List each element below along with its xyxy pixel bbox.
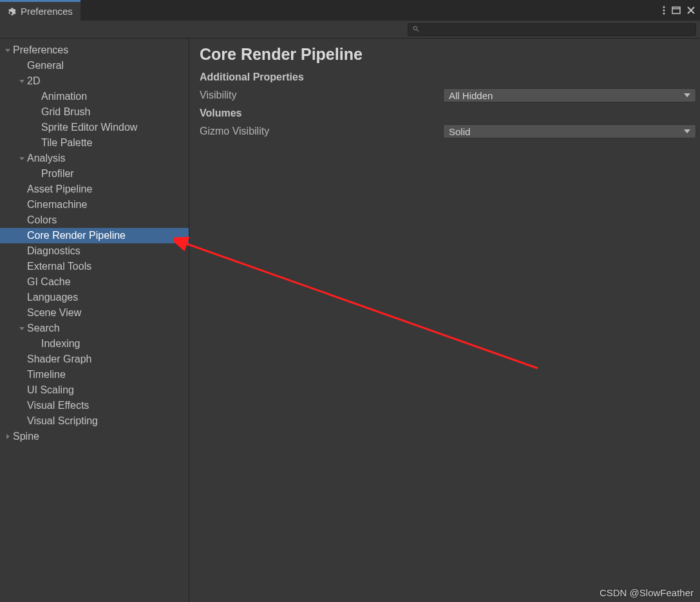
tree-spacer — [31, 122, 41, 133]
maximize-icon[interactable] — [672, 6, 681, 14]
tree-item[interactable]: Spine — [0, 429, 189, 444]
tree-item-label: Tile Palette — [41, 135, 92, 151]
tree-spacer — [17, 400, 27, 411]
tree-item[interactable]: Profiler — [0, 166, 189, 182]
search-input[interactable] — [422, 24, 692, 34]
tree-item[interactable]: Cinemachine — [0, 197, 189, 212]
tree-item-label: Search — [27, 321, 60, 336]
tree-item-label: Diagnostics — [27, 243, 80, 259]
tree-item[interactable]: Preferences — [0, 42, 189, 58]
visibility-label: Visibility — [200, 89, 443, 101]
svg-point-2 — [663, 13, 665, 15]
tree-spacer — [17, 61, 27, 71]
tree-spacer — [17, 200, 27, 210]
tree-spacer — [17, 292, 27, 303]
tree-item[interactable]: Shader Graph — [0, 352, 189, 367]
tree-item-label: Languages — [27, 290, 78, 305]
tree-spacer — [17, 261, 27, 272]
tree-item[interactable]: Diagnostics — [0, 243, 189, 259]
svg-point-1 — [663, 10, 665, 12]
tree-spacer — [17, 215, 27, 225]
watermark: CSDN @SlowFeather — [600, 587, 694, 598]
tree-item[interactable]: Indexing — [0, 336, 189, 352]
gizmo-visibility-label: Gizmo Visibility — [200, 126, 443, 137]
expand-arrow-icon[interactable] — [17, 76, 27, 86]
tree-item-label: External Tools — [27, 259, 91, 274]
tree-item[interactable]: Colors — [0, 212, 189, 228]
tree-spacer — [17, 370, 27, 380]
tree-item-label: 2D — [27, 73, 40, 89]
tree-item-label: Cinemachine — [27, 197, 87, 212]
search-box[interactable] — [408, 23, 696, 36]
settings-panel: Core Render Pipeline Additional Properti… — [189, 39, 700, 602]
svg-rect-3 — [672, 7, 680, 14]
tree-item[interactable]: UI Scaling — [0, 382, 189, 398]
gizmo-visibility-row: Gizmo Visibility Solid — [200, 123, 696, 140]
tab-title: Preferences — [21, 6, 73, 17]
expand-arrow-icon[interactable] — [17, 153, 27, 164]
gear-icon — [8, 7, 17, 16]
gizmo-visibility-value: Solid — [449, 126, 470, 137]
tree-item[interactable]: Visual Effects — [0, 398, 189, 413]
tree-item-label: Asset Pipeline — [27, 182, 92, 197]
gizmo-visibility-dropdown[interactable]: Solid — [443, 124, 696, 138]
tree-item[interactable]: Animation — [0, 89, 189, 104]
tree-spacer — [17, 277, 27, 287]
tree-item-label: Core Render Pipeline — [27, 228, 126, 243]
tree-item-label: UI Scaling — [27, 382, 74, 398]
expand-arrow-icon[interactable] — [3, 45, 13, 55]
context-menu-icon[interactable] — [663, 6, 665, 15]
tree-item-label: Scene View — [27, 305, 81, 321]
tree-spacer — [31, 138, 41, 148]
page-title: Core Render Pipeline — [200, 45, 696, 64]
tree-item-label: Analysis — [27, 151, 66, 166]
tree-item-label: Shader Graph — [27, 352, 92, 367]
tree-item[interactable]: General — [0, 58, 189, 73]
tree-spacer — [17, 354, 27, 364]
tree-item[interactable]: Asset Pipeline — [0, 182, 189, 197]
tree-item[interactable]: Tile Palette — [0, 135, 189, 151]
tree-item-label: Indexing — [41, 336, 80, 352]
tree-item-label: Visual Scripting — [27, 413, 98, 429]
tree-item-label: Sprite Editor Window — [41, 120, 137, 135]
tree-spacer — [17, 184, 27, 194]
tree-item[interactable]: Grid Brush — [0, 104, 189, 120]
visibility-row: Visibility All Hidden — [200, 87, 696, 104]
expand-arrow-icon[interactable] — [17, 323, 27, 334]
tree-item-label: Animation — [41, 89, 87, 104]
tree-spacer — [17, 416, 27, 426]
tree-spacer — [17, 308, 27, 318]
search-icon — [412, 24, 420, 35]
section-additional-properties: Additional Properties — [200, 71, 696, 83]
tree-item-label: Colors — [27, 212, 57, 228]
svg-point-0 — [663, 6, 665, 8]
chevron-down-icon — [684, 93, 690, 97]
tree-item[interactable]: Scene View — [0, 305, 189, 321]
tree-spacer — [17, 230, 27, 241]
tree-item[interactable]: Visual Scripting — [0, 413, 189, 429]
visibility-dropdown[interactable]: All Hidden — [443, 88, 696, 102]
tree-item-label: Spine — [13, 429, 39, 444]
toolbar — [0, 21, 700, 39]
window-titlebar: Preferences — [0, 0, 700, 21]
tree-item[interactable]: GI Cache — [0, 274, 189, 290]
tree-item[interactable]: 2D — [0, 73, 189, 89]
expand-arrow-icon[interactable] — [3, 431, 13, 442]
tree-item-label: Grid Brush — [41, 104, 90, 120]
tree-item[interactable]: Sprite Editor Window — [0, 120, 189, 135]
tree-item-label: Profiler — [41, 166, 74, 182]
preferences-tree: PreferencesGeneral2DAnimationGrid BrushS… — [0, 39, 189, 602]
tree-item[interactable]: Languages — [0, 290, 189, 305]
tree-item-label: GI Cache — [27, 274, 71, 290]
tree-item-label: Visual Effects — [27, 398, 89, 413]
preferences-tab[interactable]: Preferences — [0, 0, 80, 21]
tree-spacer — [17, 385, 27, 395]
tree-item[interactable]: Timeline — [0, 367, 189, 382]
tree-spacer — [31, 169, 41, 179]
tree-item[interactable]: Search — [0, 321, 189, 336]
tree-item[interactable]: Core Render Pipeline — [0, 228, 189, 243]
tree-item[interactable]: Analysis — [0, 151, 189, 166]
close-icon[interactable] — [687, 6, 695, 14]
tree-item-label: Preferences — [13, 42, 68, 58]
tree-item[interactable]: External Tools — [0, 259, 189, 274]
